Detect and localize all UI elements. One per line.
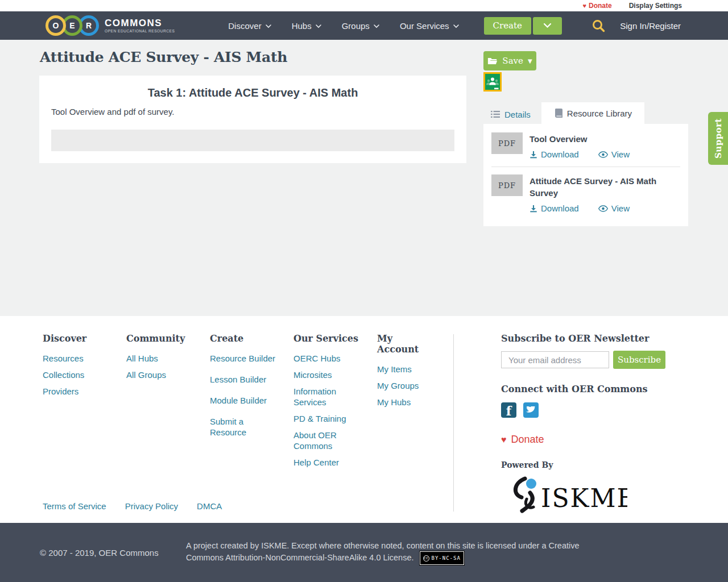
nav-item-our-services[interactable]: Our Services <box>400 21 459 31</box>
social-links: f <box>501 402 689 418</box>
nav-item-groups-label: Groups <box>342 21 370 31</box>
email-field[interactable] <box>501 351 609 368</box>
footer-heading: Our Services <box>293 333 361 344</box>
divider <box>491 167 680 167</box>
tab-resource-library[interactable]: Resource Library <box>541 102 644 124</box>
sign-in-register-link[interactable]: Sign In/Register <box>620 21 681 31</box>
privacy-policy-link[interactable]: Privacy Policy <box>125 501 178 511</box>
heart-icon: ♥ <box>582 3 586 9</box>
footer-link-all-hubs[interactable]: All Hubs <box>126 353 194 364</box>
download-link[interactable]: Download <box>530 149 579 159</box>
iskme-logo[interactable]: ISKME <box>508 475 627 516</box>
nav-links: Discover Hubs Groups Our Services <box>228 21 458 31</box>
site-footer: Discover Resources Collections Providers… <box>0 316 728 523</box>
footer-column-my-account: My Account My Items My Groups My Hubs <box>377 333 445 473</box>
nav-item-hubs[interactable]: Hubs <box>292 21 321 31</box>
view-link[interactable]: View <box>598 203 630 213</box>
footer-link-pd-training[interactable]: PD & Training <box>293 413 361 424</box>
footer-link-all-groups[interactable]: All Groups <box>126 369 194 380</box>
eye-icon <box>598 205 608 212</box>
download-label: Download <box>541 203 579 213</box>
task-card: Task 1: Attitude ACE Survey - AIS Math T… <box>39 76 466 163</box>
footer-column-create: Create Resource Builder Lesson Builder M… <box>210 333 293 473</box>
license-text: A project created by ISKME. Except where… <box>186 540 607 565</box>
search-icon[interactable] <box>592 19 605 32</box>
cc-by-nc-sa-badge[interactable]: ccBY-NC-SA <box>420 551 464 565</box>
subscribe-button[interactable]: Subscribe <box>613 351 665 369</box>
footer-column-our-services: Our Services OERC Hubs Microsites Inform… <box>293 333 377 473</box>
footer-link-resource-builder[interactable]: Resource Builder <box>210 353 278 364</box>
connect-heading: Connect with OER Commons <box>501 384 689 394</box>
footer-link-oerc-hubs[interactable]: OERC Hubs <box>293 353 361 364</box>
footer-heading: My Account <box>377 333 429 355</box>
facebook-icon[interactable]: f <box>501 402 516 418</box>
footer-link-providers[interactable]: Providers <box>43 386 110 397</box>
terms-of-service-link[interactable]: Terms of Service <box>43 501 106 511</box>
resource-item: PDF Attitude ACE Survey - AIS Math Surve… <box>491 174 680 213</box>
display-settings-link[interactable]: Display Settings <box>629 2 682 10</box>
footer-columns: Discover Resources Collections Providers… <box>43 333 445 473</box>
task-card-heading: Task 1: Attitude ACE Survey - AIS Math <box>51 86 454 99</box>
footer-link-information-services[interactable]: Information Services <box>293 386 361 408</box>
resource-actions: Download View <box>530 149 680 159</box>
logo-subtitle: OPEN EDUCATIONAL RESOURCES <box>105 29 175 33</box>
nav-item-our-services-label: Our Services <box>400 21 449 31</box>
nav-item-discover-label: Discover <box>228 21 261 31</box>
divider <box>453 334 454 512</box>
resource-actions: Download View <box>530 203 680 213</box>
pdf-badge: PDF <box>491 174 523 196</box>
download-link[interactable]: Download <box>530 203 579 213</box>
footer-donate-label: Donate <box>511 434 544 446</box>
footer-donate-link[interactable]: ♥Donate <box>501 434 689 446</box>
footer-link-help-center[interactable]: Help Center <box>293 457 361 468</box>
footer-link-microsites[interactable]: Microsites <box>293 369 361 380</box>
main-navbar: O E R COMMONS OPEN EDUCATIONAL RESOURCES… <box>0 11 728 40</box>
footer-link-about-oer-commons[interactable]: About OER Commons <box>293 430 361 451</box>
newsletter-section: Subscribe to OER Newsletter Subscribe Co… <box>501 333 689 516</box>
cc-badge-label: BY-NC-SA <box>432 552 461 564</box>
logo-circles-icon: O E R <box>46 15 99 36</box>
save-button[interactable]: Save ▼ <box>483 51 536 70</box>
topbar-donate-link[interactable]: ♥Donate <box>582 2 611 10</box>
newsletter-form: Subscribe <box>501 351 689 369</box>
chevron-down-icon <box>453 24 459 28</box>
view-link[interactable]: View <box>598 149 630 159</box>
page-title: Attitude ACE Survey - AIS Math <box>40 49 287 65</box>
footer-link-lesson-builder[interactable]: Lesson Builder <box>210 374 278 385</box>
google-classroom-share-button[interactable] <box>483 72 502 92</box>
dmca-link[interactable]: DMCA <box>197 501 222 511</box>
resource-item-body: Attitude ACE Survey - AIS Math Survey Do… <box>530 174 680 213</box>
book-icon <box>554 109 562 118</box>
chevron-down-icon <box>374 24 379 28</box>
pdf-badge: PDF <box>491 132 523 154</box>
create-dropdown-button[interactable] <box>533 17 562 35</box>
google-classroom-icon <box>483 72 502 92</box>
task-card-description: Tool Overview and pdf of survey. <box>51 107 454 117</box>
support-tab[interactable]: Support <box>708 112 728 165</box>
folder-icon <box>487 57 498 65</box>
support-tab-label: Support <box>713 118 723 159</box>
iskme-wordmark: ISKME <box>541 484 627 513</box>
download-icon <box>530 205 537 213</box>
logo-title: COMMONS <box>105 18 175 28</box>
create-button[interactable]: Create <box>484 17 531 35</box>
copyright-text: © 2007 - 2019, OER Commons <box>40 548 171 558</box>
utility-bar: ♥Donate Display Settings <box>0 0 728 11</box>
logo-letter-o: O <box>46 15 66 36</box>
footer-link-my-groups[interactable]: My Groups <box>377 380 429 391</box>
topbar-donate-label: Donate <box>589 2 612 10</box>
nav-item-hubs-label: Hubs <box>292 21 312 31</box>
footer-link-resources[interactable]: Resources <box>43 353 110 364</box>
footer-link-my-items[interactable]: My Items <box>377 364 429 375</box>
chevron-down-icon: ▼ <box>528 58 532 64</box>
footer-heading: Create <box>210 333 278 344</box>
footer-link-my-hubs[interactable]: My Hubs <box>377 397 429 408</box>
twitter-icon[interactable] <box>523 402 539 418</box>
nav-item-groups[interactable]: Groups <box>342 21 379 31</box>
footer-link-submit-a-resource[interactable]: Submit a Resource <box>210 416 278 438</box>
footer-link-module-builder[interactable]: Module Builder <box>210 395 278 406</box>
nav-item-discover[interactable]: Discover <box>228 21 271 31</box>
footer-link-collections[interactable]: Collections <box>43 369 110 380</box>
oer-commons-logo[interactable]: O E R COMMONS OPEN EDUCATIONAL RESOURCES <box>46 15 175 36</box>
tab-details[interactable]: Details <box>483 105 541 124</box>
